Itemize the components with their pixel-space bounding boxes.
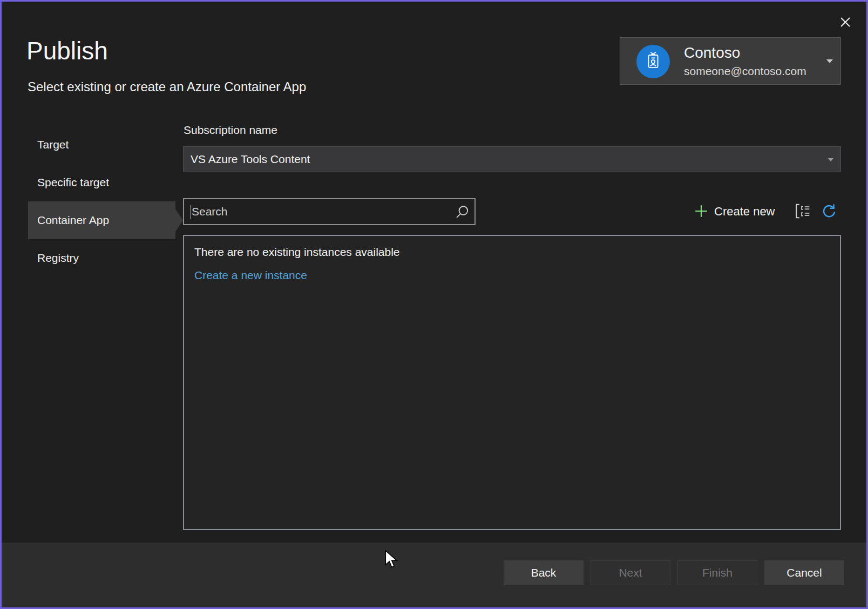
refresh-icon <box>820 202 837 220</box>
sidebar-item-label: Registry <box>37 252 79 265</box>
plus-icon <box>695 205 708 219</box>
back-button[interactable]: Back <box>504 560 584 585</box>
subscription-selected-value: VS Azure Tools Content <box>184 153 310 166</box>
avatar <box>636 45 670 78</box>
refresh-button[interactable] <box>819 201 838 220</box>
chevron-down-icon <box>826 59 833 63</box>
account-selector[interactable]: Contoso someone@contoso.com <box>620 37 841 85</box>
sidebar-item-label: Target <box>37 138 69 151</box>
account-email: someone@contoso.com <box>684 65 806 78</box>
account-name: Contoso <box>684 44 740 62</box>
sidebar-item-label: Specific target <box>37 176 109 189</box>
publish-dialog: Publish Select existing or create an Azu… <box>0 0 868 609</box>
dialog-footer: Back Next Finish Cancel <box>2 543 866 607</box>
search-icon <box>455 205 469 221</box>
search-input[interactable] <box>184 199 474 224</box>
sidebar-item-registry[interactable]: Registry <box>28 239 175 277</box>
group-by-icon <box>794 202 811 221</box>
page-title: Publish <box>26 36 108 65</box>
page-subtitle: Select existing or create an Azure Conta… <box>28 79 306 94</box>
finish-button[interactable]: Finish <box>677 560 757 585</box>
group-by-button[interactable] <box>793 202 812 221</box>
subscription-dropdown[interactable]: VS Azure Tools Content <box>183 146 841 172</box>
chevron-down-icon <box>828 158 833 161</box>
create-new-button[interactable]: Create new <box>695 198 775 225</box>
create-new-instance-link[interactable]: Create a new instance <box>194 269 307 282</box>
text-caret <box>191 205 191 219</box>
instances-list-panel: There are no existing instances availabl… <box>183 235 841 530</box>
sidebar-item-label: Container App <box>37 214 109 227</box>
cancel-button[interactable]: Cancel <box>764 560 844 585</box>
sidebar-item-specific-target[interactable]: Specific target <box>28 164 175 201</box>
search-box <box>183 198 476 225</box>
subscription-label: Subscription name <box>184 124 277 137</box>
next-button[interactable]: Next <box>591 560 670 585</box>
sidebar-item-target[interactable]: Target <box>28 126 175 164</box>
footer-buttons: Back Next Finish Cancel <box>504 560 844 585</box>
close-icon <box>839 16 852 30</box>
wizard-steps: Target Specific target Container App Reg… <box>28 126 175 277</box>
close-button[interactable] <box>836 13 855 32</box>
id-badge-icon <box>642 50 664 73</box>
sidebar-item-container-app[interactable]: Container App <box>28 201 175 239</box>
create-new-label: Create new <box>714 205 775 219</box>
empty-state-message: There are no existing instances availabl… <box>194 246 400 259</box>
